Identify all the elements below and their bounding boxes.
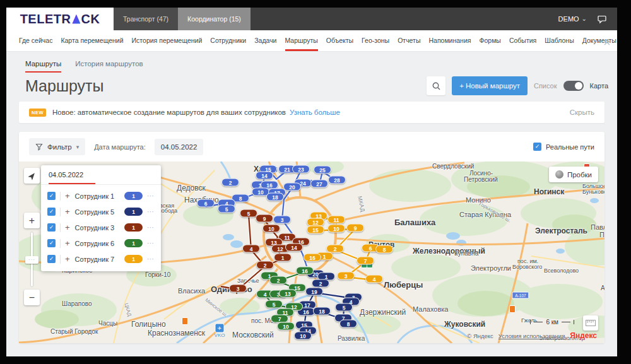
nav-item[interactable]: Отчеты bbox=[398, 30, 420, 51]
row-checkbox[interactable]: ✓ bbox=[47, 192, 56, 200]
route-date-chip[interactable]: 04.05.2022 bbox=[155, 139, 204, 155]
ruler-button[interactable] bbox=[583, 315, 598, 331]
row-menu-icon[interactable]: ⋯ bbox=[147, 255, 155, 263]
route-marker[interactable]: 14 bbox=[285, 244, 303, 252]
route-marker[interactable]: 20 bbox=[283, 183, 301, 191]
learn-more-link[interactable]: Узнать больше bbox=[290, 109, 340, 116]
view-toggle-switch[interactable] bbox=[563, 81, 584, 91]
route-marker[interactable]: 4 bbox=[365, 275, 383, 283]
row-menu-icon[interactable]: ⋯ bbox=[147, 208, 155, 216]
route-marker[interactable]: 3 bbox=[229, 285, 247, 293]
route-marker[interactable]: 9 bbox=[346, 224, 364, 232]
route-marker[interactable]: 1 bbox=[274, 254, 292, 262]
map-canvas[interactable]: 04.05.2022 ✓+Сотрудник 11⋯✓+Сотрудник 51… bbox=[19, 161, 604, 343]
route-marker[interactable]: 4 bbox=[242, 245, 260, 253]
row-checkbox[interactable]: ✓ bbox=[47, 239, 56, 247]
nav-item[interactable]: Маршруты bbox=[285, 30, 318, 51]
route-count-badge[interactable]: 1 bbox=[124, 223, 143, 232]
nav-item[interactable]: Гео-зоны bbox=[362, 30, 389, 51]
route-marker[interactable]: 13 bbox=[279, 290, 297, 298]
plus-icon[interactable]: + bbox=[65, 191, 70, 201]
zoom-slider-handle[interactable]: ··· bbox=[25, 256, 38, 264]
collapse-nav-icon[interactable] bbox=[603, 37, 611, 48]
nav-item[interactable]: Сотрудники bbox=[210, 30, 246, 51]
route-count-badge[interactable]: 1 bbox=[124, 208, 143, 216]
nav-item[interactable]: Объекты bbox=[326, 30, 353, 51]
route-marker[interactable]: 27 bbox=[310, 180, 328, 188]
nav-item[interactable]: История перемещений bbox=[132, 30, 203, 51]
route-marker[interactable]: 28 bbox=[328, 176, 346, 184]
route-marker[interactable]: 8 bbox=[339, 320, 357, 328]
search-button[interactable] bbox=[427, 76, 445, 95]
nav-item[interactable]: Документы bbox=[582, 30, 616, 51]
route-marker[interactable]: 6 bbox=[197, 199, 215, 208]
nav-item[interactable]: События bbox=[509, 30, 536, 51]
nav-item[interactable]: Где сейчас bbox=[19, 30, 52, 51]
route-marker[interactable]: 16 bbox=[304, 254, 321, 262]
route-count-badge[interactable]: 1 bbox=[124, 239, 143, 247]
route-marker[interactable]: 10 bbox=[294, 332, 312, 340]
zoom-in-button[interactable]: + bbox=[24, 213, 40, 228]
route-marker[interactable]: 5 bbox=[265, 300, 283, 308]
route-marker[interactable]: 5 bbox=[240, 209, 257, 218]
plus-icon[interactable]: + bbox=[65, 223, 70, 232]
route-marker[interactable]: 10 bbox=[277, 322, 295, 331]
hide-banner-link[interactable]: Скрыть bbox=[570, 109, 594, 116]
brand-logo[interactable]: TELETRCK bbox=[6, 8, 114, 30]
route-marker[interactable]: 7 bbox=[357, 257, 374, 265]
route-marker[interactable]: 2 bbox=[221, 179, 239, 187]
route-marker[interactable]: 19 bbox=[305, 288, 323, 296]
new-route-button[interactable]: + Новый маршрут bbox=[452, 76, 528, 95]
subnav-tab-history[interactable]: История маршрутов bbox=[75, 60, 143, 73]
route-count-badge[interactable]: 1 bbox=[124, 192, 143, 200]
plus-icon[interactable]: + bbox=[65, 238, 70, 248]
workspace-tab-transport[interactable]: Транспорт (47) bbox=[114, 8, 178, 30]
nav-item[interactable]: Формы bbox=[479, 30, 500, 51]
nav-item[interactable]: Напоминания bbox=[428, 30, 471, 51]
plus-icon[interactable]: + bbox=[65, 254, 70, 264]
nav-item[interactable]: Задачи bbox=[254, 30, 276, 51]
route-marker[interactable]: 10 bbox=[327, 225, 345, 233]
row-checkbox[interactable]: ✓ bbox=[47, 208, 56, 216]
nav-item[interactable]: Шаблоны bbox=[545, 30, 574, 51]
route-marker[interactable]: 18 bbox=[266, 193, 284, 201]
route-marker[interactable]: 2 bbox=[256, 261, 274, 269]
route-marker[interactable]: 18 bbox=[313, 307, 331, 315]
row-checkbox[interactable]: ✓ bbox=[47, 223, 56, 232]
zoom-out-button[interactable]: − bbox=[24, 290, 40, 305]
route-marker[interactable]: 3 bbox=[337, 272, 355, 280]
toggle-label-map[interactable]: Карта bbox=[590, 82, 608, 90]
row-checkbox[interactable]: ✓ bbox=[47, 255, 56, 263]
route-marker[interactable]: 2 bbox=[312, 279, 329, 288]
route-marker[interactable]: 16 bbox=[296, 267, 314, 275]
filter-button[interactable]: Фильтр ▾ bbox=[29, 138, 85, 155]
route-marker[interactable]: 23 bbox=[292, 165, 310, 173]
route-marker[interactable]: 8 bbox=[375, 245, 393, 254]
real-paths-checkbox[interactable]: ✓ bbox=[533, 143, 541, 151]
row-menu-icon[interactable]: ⋯ bbox=[147, 239, 155, 247]
nav-item[interactable]: Карта перемещений bbox=[61, 30, 123, 51]
route-marker[interactable]: 11 bbox=[327, 216, 345, 224]
toggle-label-list[interactable]: Список bbox=[534, 82, 557, 90]
route-count-badge[interactable]: 1 bbox=[124, 255, 143, 263]
route-marker[interactable]: 14 bbox=[256, 172, 273, 180]
traffic-button[interactable]: Пробки bbox=[549, 167, 598, 182]
chat-icon[interactable] bbox=[597, 14, 607, 24]
route-marker[interactable]: 10 bbox=[262, 225, 280, 233]
route-marker[interactable]: 9 bbox=[256, 214, 273, 223]
route-marker[interactable]: 5 bbox=[335, 303, 353, 312]
route-marker[interactable]: 5 bbox=[218, 205, 235, 213]
plus-icon[interactable]: + bbox=[65, 207, 70, 216]
route-marker[interactable]: 25 bbox=[314, 166, 331, 174]
route-marker[interactable]: 2 bbox=[269, 276, 287, 285]
terms-link[interactable]: Условия использования bbox=[498, 332, 565, 339]
route-marker[interactable]: 3 bbox=[273, 216, 291, 224]
row-menu-icon[interactable]: ⋯ bbox=[147, 192, 155, 200]
locate-button[interactable] bbox=[24, 168, 40, 184]
route-marker[interactable]: 15 bbox=[307, 226, 324, 234]
user-menu[interactable]: DEMO ⌄ bbox=[558, 15, 587, 23]
row-menu-icon[interactable]: ⋯ bbox=[147, 223, 155, 232]
subnav-tab-routes[interactable]: Маршруты bbox=[25, 60, 61, 73]
legend-date[interactable]: 04.05.2022 bbox=[49, 171, 153, 179]
workspace-tab-coordinator[interactable]: Координатор (15) bbox=[178, 8, 251, 30]
